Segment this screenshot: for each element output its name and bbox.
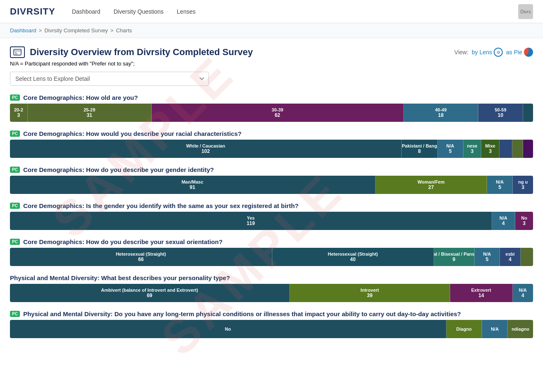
question-section-2: PCCore Demographics: How would you descr… [10, 130, 533, 158]
seg-label-4-1: Yes [247, 215, 255, 220]
page-title-text: Diversity Overview from Divrsity Complet… [30, 47, 253, 58]
bar-segment-1-1: 20-23 [10, 104, 28, 122]
bar-segment-2-6 [499, 140, 512, 158]
question-label-7: PCPhysical and Mental Diversity: Do you … [10, 310, 533, 317]
seg-label-5-2: Heterosexual (Straight) [328, 252, 378, 256]
seg-label-2-4: nese [467, 143, 478, 148]
view-as-pie-label: as Pie [506, 49, 522, 56]
seg-label-6-1: Ambivert (balance of Introvert and Extro… [101, 288, 198, 293]
seg-value-6-3: 14 [478, 293, 484, 298]
question-label-1: PCCore Demographics: How old are you? [10, 94, 533, 101]
seg-value-2-1: 102 [201, 148, 210, 154]
bar-segment-7-2: Diagno [446, 320, 482, 338]
bar-segment-3-3: N/A5 [487, 176, 513, 194]
lens-select-wrap: Select Lens to Explore Detail [10, 72, 533, 86]
seg-label-4-2: N/A [499, 215, 507, 220]
seg-label-5-5: esbi [506, 252, 515, 256]
bar-chart-4: Yes119N/A4No3 [10, 212, 533, 230]
question-badge-7: PC [10, 311, 20, 317]
seg-value-2-3: 5 [449, 148, 452, 154]
bar-segment-7-4: ndiagno [508, 320, 533, 338]
lens-icon: ⚙ [494, 48, 503, 57]
bar-chart-3: Man/Masc91Woman/Fem27N/A5ng u3 [10, 176, 533, 194]
bar-chart-6: Ambivert (balance of Introvert and Extro… [10, 284, 533, 302]
seg-value-6-4: 4 [521, 293, 524, 298]
bar-chart-7: NoDiagnoN/Andiagno [10, 320, 533, 338]
bar-segment-6-2: Introvert39 [290, 284, 451, 302]
bar-segment-5-6 [521, 248, 533, 266]
seg-value-4-3: 3 [523, 220, 526, 226]
seg-value-4-2: 4 [502, 220, 505, 226]
question-label-5: PCCore Demographics: How do you describe… [10, 238, 533, 245]
seg-label-7-1: No [225, 327, 231, 332]
question-text-6: Physical and Mental Diversity: What best… [10, 274, 230, 281]
bar-segment-5-5: esbi4 [500, 248, 520, 266]
seg-value-2-4: 3 [471, 148, 474, 154]
bar-segment-3-1: Man/Masc91 [10, 176, 376, 194]
pie-icon [524, 48, 533, 57]
view-by-lens[interactable]: by Lens ⚙ [472, 48, 503, 57]
bar-segment-1-6 [523, 104, 533, 122]
questions-container: PCCore Demographics: How old are you?20-… [10, 94, 533, 338]
seg-label-5-1: Heterosexual (Straight) [116, 252, 166, 256]
seg-label-1-3: 30-39 [272, 107, 283, 112]
seg-value-3-2: 27 [428, 184, 434, 190]
nav-diversity-questions[interactable]: Diversity Questions [114, 8, 164, 15]
question-section-6: Physical and Mental Diversity: What best… [10, 274, 533, 302]
question-badge-4: PC [10, 203, 20, 209]
question-badge-3: PC [10, 167, 20, 173]
seg-label-3-2: Woman/Fem [417, 179, 444, 184]
bar-segment-2-7 [512, 140, 523, 158]
question-badge-2: PC [10, 131, 20, 137]
bar-segment-2-8 [523, 140, 533, 158]
breadcrumb-home[interactable]: Dashboard [10, 27, 36, 34]
bar-segment-5-4: N/A5 [475, 248, 500, 266]
seg-label-7-4: ndiagno [511, 327, 529, 332]
question-text-7: Physical and Mental Diversity: Do you ha… [23, 310, 461, 317]
bar-segment-2-3: N/A5 [438, 140, 463, 158]
seg-label-2-5: Mixe [485, 143, 495, 148]
bar-segment-2-2: Pakistani / Bang8 [402, 140, 438, 158]
bar-segment-2-5: Mixe3 [481, 140, 499, 158]
seg-label-2-3: N/A [446, 143, 454, 148]
seg-value-1-2: 31 [87, 112, 92, 118]
seg-value-1-1: 3 [17, 112, 20, 118]
seg-value-2-2: 8 [418, 148, 421, 154]
bar-segment-6-4: N/A4 [513, 284, 533, 302]
na-note: N/A = Participant responded with "Prefer… [10, 60, 533, 67]
bar-segment-5-3: al / Bisexual / Pans9 [434, 248, 475, 266]
bar-segment-7-3: N/A [482, 320, 508, 338]
seg-label-1-5: 50-59 [495, 107, 506, 112]
bar-segment-6-1: Ambivert (balance of Introvert and Extro… [10, 284, 290, 302]
page-title: Diversity Overview from Divrsity Complet… [10, 46, 253, 58]
seg-value-3-1: 91 [190, 184, 195, 190]
bar-segment-2-4: nese3 [463, 140, 482, 158]
seg-value-5-5: 4 [509, 256, 511, 262]
title-icon [10, 46, 25, 58]
logo: DIVRSITY [10, 6, 55, 17]
view-label: View: [454, 49, 468, 56]
question-text-3: Core Demographics: How do you describe y… [23, 166, 214, 173]
seg-label-2-1: White / Caucasian [186, 143, 225, 148]
na-note-text: N/A = Participant responded with "Prefer… [10, 60, 135, 67]
seg-label-1-1: 20-2 [14, 107, 23, 112]
seg-label-3-4: ng u [518, 179, 528, 184]
question-label-3: PCCore Demographics: How do you describe… [10, 166, 533, 173]
bar-chart-2: White / Caucasian102Pakistani / Bang8N/A… [10, 140, 533, 158]
lens-select[interactable]: Select Lens to Explore Detail [10, 72, 209, 86]
question-section-3: PCCore Demographics: How do you describe… [10, 166, 533, 194]
nav-lenses[interactable]: Lenses [177, 8, 196, 15]
question-text-1: Core Demographics: How old are you? [23, 94, 138, 101]
seg-label-3-3: N/A [496, 179, 504, 184]
view-as-pie[interactable]: as Pie [506, 48, 533, 57]
seg-value-3-3: 5 [498, 184, 501, 190]
seg-label-6-3: Extrovert [471, 288, 491, 293]
bar-segment-3-4: ng u3 [513, 176, 533, 194]
question-label-6: Physical and Mental Diversity: What best… [10, 274, 533, 281]
user-avatar[interactable]: Divrs [518, 4, 533, 19]
breadcrumb-current: Charts [116, 27, 132, 34]
nav-dashboard[interactable]: Dashboard [72, 8, 100, 15]
bar-chart-5: Heterosexual (Straight)66Heterosexual (S… [10, 248, 533, 266]
breadcrumb: Dashboard > Divrsity Completed Survey > … [0, 23, 543, 38]
bar-segment-3-2: Woman/Fem27 [376, 176, 487, 194]
